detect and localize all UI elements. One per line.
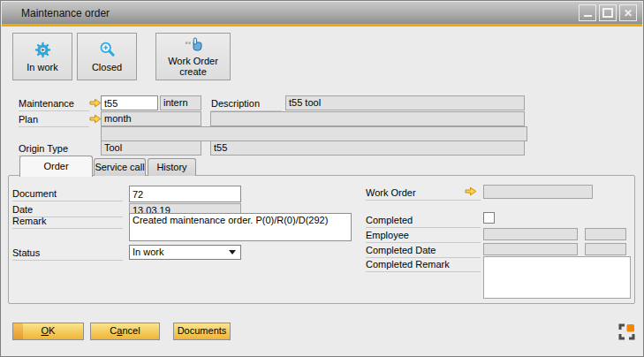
remark-label: Remark [12, 216, 123, 229]
cancel-button[interactable]: Cancel [90, 323, 160, 340]
document-input[interactable] [129, 186, 241, 202]
tab-service-call[interactable]: Service call [94, 158, 146, 176]
maintenance-input[interactable] [101, 95, 158, 110]
work-order-field [483, 185, 593, 199]
close-button[interactable]: ✕ [619, 4, 637, 21]
completed-date-label: Completed Date [366, 245, 481, 258]
employee-code-field [585, 228, 626, 240]
work-order-link-arrow[interactable] [465, 186, 477, 196]
chevron-down-icon [229, 250, 236, 254]
plan-label: Plan [19, 114, 89, 127]
status-label: Status [12, 247, 123, 261]
status-dropdown[interactable]: In work [129, 245, 241, 260]
work-order-label: Work Order [366, 187, 481, 201]
completed-date-code-field [585, 243, 626, 255]
title-bar: Maintenance order [2, 2, 642, 24]
tab-order[interactable]: Order [19, 156, 93, 177]
origin-type-label: Origin Type [19, 143, 89, 156]
plan-extra-field [210, 111, 525, 126]
ok-button-focus-stripe [13, 323, 23, 339]
completed-label: Completed [366, 215, 481, 228]
maintenance-order-window: Maintenance order ✕ In work [0, 0, 644, 357]
completed-remark-textarea[interactable] [483, 256, 631, 299]
zoom-in-icon [98, 41, 117, 61]
document-label: Document [12, 188, 123, 201]
tab-history[interactable]: History [148, 158, 196, 176]
maintenance-link-arrow[interactable] [89, 98, 102, 108]
window-controls: ✕ [579, 4, 637, 21]
gear-icon [34, 41, 52, 61]
ok-button[interactable]: OK [12, 323, 84, 340]
completed-date-field [483, 243, 578, 255]
plan-link-arrow[interactable] [89, 114, 102, 124]
completed-remark-label: Completed Remark [366, 259, 481, 272]
minimize-icon [584, 15, 592, 17]
documents-button[interactable]: Documents [173, 323, 231, 340]
maximize-button[interactable] [599, 4, 617, 21]
accent-bar [2, 24, 642, 27]
description-label: Description [211, 98, 282, 111]
closed-label: Closed [92, 62, 122, 72]
closed-button[interactable]: Closed [77, 33, 137, 80]
completed-checkbox[interactable] [483, 212, 495, 224]
form-settings-icon[interactable] [618, 323, 635, 342]
employee-label: Employee [366, 230, 481, 243]
work-order-create-button[interactable]: Work Order create [155, 33, 231, 80]
in-work-label: In work [27, 62, 57, 72]
in-work-button[interactable]: In work [12, 33, 72, 80]
minimize-button[interactable] [579, 4, 596, 21]
remark-textarea[interactable]: Created maintenance order. P(0)/R(0)/D(2… [129, 213, 352, 241]
employee-field [483, 228, 578, 240]
maintenance-type-field: intern [160, 95, 201, 110]
origin-ref-field: t55 [210, 141, 525, 156]
plan-field: month [101, 111, 201, 126]
hand-click-icon [184, 37, 203, 55]
origin-type-field: Tool [101, 141, 201, 156]
work-order-create-label: Work Order create [158, 56, 228, 77]
maximize-icon [602, 8, 613, 18]
maintenance-label: Maintenance [19, 98, 89, 111]
close-icon: ✕ [624, 8, 633, 19]
header-extra-field [101, 126, 527, 141]
window-title: Maintenance order [21, 7, 110, 19]
status-value: In work [133, 247, 163, 257]
description-field: t55 tool [285, 95, 525, 110]
